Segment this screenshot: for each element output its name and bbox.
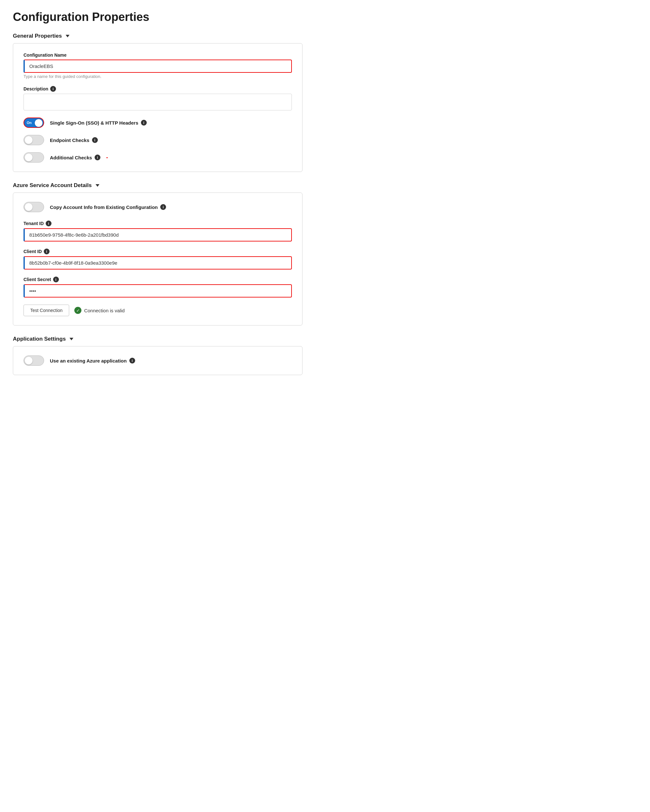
azure-app-toggle-row: Use an existing Azure application i <box>23 356 292 366</box>
additional-info-icon[interactable]: i <box>94 154 100 160</box>
app-settings-chevron-icon <box>70 338 73 340</box>
endpoint-toggle[interactable] <box>23 135 44 145</box>
test-connection-button[interactable]: Test Connection <box>23 305 69 316</box>
config-name-field: Configuration Name Type a name for this … <box>23 52 292 79</box>
tenant-id-label: Tenant ID i <box>23 221 292 226</box>
copy-account-toggle[interactable] <box>23 202 44 212</box>
endpoint-info-icon[interactable]: i <box>92 137 98 143</box>
sso-toggle[interactable]: On <box>23 118 44 128</box>
general-properties-body: Configuration Name Type a name for this … <box>13 43 303 172</box>
sso-toggle-row: On Single Sign-On (SSO) & HTTP Headers i <box>23 118 292 128</box>
client-id-field: Client ID i <box>23 249 292 270</box>
description-field: Description i <box>23 86 292 110</box>
client-secret-input[interactable] <box>23 284 292 298</box>
general-properties-header[interactable]: General Properties <box>13 33 303 39</box>
page-title: Configuration Properties <box>13 10 303 24</box>
copy-account-label: Copy Account Info from Existing Configur… <box>50 204 166 210</box>
azure-details-body: Copy Account Info from Existing Configur… <box>13 192 303 325</box>
sso-toggle-label: Single Sign-On (SSO) & HTTP Headers i <box>50 120 147 125</box>
description-input[interactable] <box>23 94 292 110</box>
config-name-label: Configuration Name <box>23 52 292 58</box>
client-secret-label: Client Secret i <box>23 276 292 282</box>
description-label: Description i <box>23 86 292 92</box>
client-id-input[interactable] <box>23 256 292 270</box>
sso-info-icon[interactable]: i <box>141 120 147 125</box>
config-name-hint: Type a name for this guided configuratio… <box>23 74 292 79</box>
tenant-id-info-icon[interactable]: i <box>46 221 52 226</box>
tenant-id-input[interactable] <box>23 228 292 241</box>
additional-toggle-label: Additional Checks i - <box>50 154 108 161</box>
client-id-label: Client ID i <box>23 249 292 254</box>
connection-valid-indicator: ✓ Connection is valid <box>74 307 125 314</box>
general-properties-label: General Properties <box>13 33 62 39</box>
azure-details-section: Azure Service Account Details Copy Accou… <box>13 182 303 325</box>
general-properties-section: General Properties Configuration Name Ty… <box>13 33 303 172</box>
additional-toggle-row: Additional Checks i - <box>23 152 292 163</box>
additional-toggle[interactable] <box>23 152 44 163</box>
azure-app-toggle[interactable] <box>23 356 44 366</box>
azure-app-info-icon[interactable]: i <box>129 358 135 363</box>
client-secret-field: Client Secret i <box>23 276 292 298</box>
check-icon: ✓ <box>74 307 81 314</box>
app-settings-body: Use an existing Azure application i <box>13 346 303 375</box>
azure-details-label: Azure Service Account Details <box>13 182 92 189</box>
app-settings-section: Application Settings Use an existing Azu… <box>13 336 303 375</box>
sso-toggle-text: On <box>27 121 32 125</box>
copy-account-toggle-row: Copy Account Info from Existing Configur… <box>23 202 292 212</box>
azure-app-toggle-label: Use an existing Azure application i <box>50 358 135 363</box>
config-name-input[interactable] <box>23 60 292 73</box>
description-info-icon[interactable]: i <box>50 86 56 92</box>
connection-valid-text: Connection is valid <box>84 308 125 313</box>
azure-chevron-icon <box>96 184 99 187</box>
azure-details-header[interactable]: Azure Service Account Details <box>13 182 303 189</box>
tenant-id-field: Tenant ID i <box>23 221 292 241</box>
endpoint-toggle-label: Endpoint Checks i <box>50 137 98 143</box>
copy-account-info-icon[interactable]: i <box>160 204 166 210</box>
app-settings-label: Application Settings <box>13 336 65 342</box>
app-settings-header[interactable]: Application Settings <box>13 336 303 342</box>
endpoint-toggle-row: Endpoint Checks i <box>23 135 292 145</box>
client-secret-info-icon[interactable]: i <box>53 276 59 282</box>
client-id-info-icon[interactable]: i <box>44 249 50 254</box>
chevron-down-icon <box>65 35 70 37</box>
additional-red-dash: - <box>106 154 108 161</box>
test-connection-row: Test Connection ✓ Connection is valid <box>23 305 292 316</box>
